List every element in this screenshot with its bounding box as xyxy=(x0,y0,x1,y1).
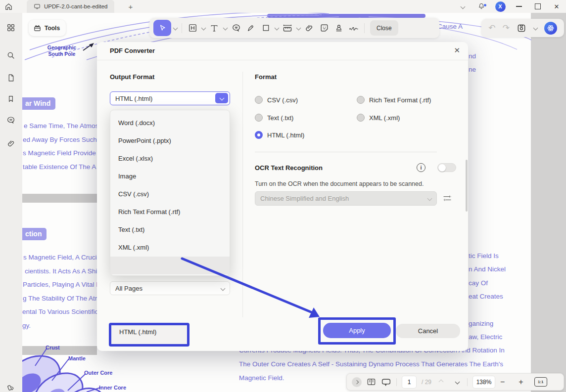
maximize-button[interactable] xyxy=(528,3,547,9)
html-option-annotation-box[interactable]: HTML (.html) xyxy=(109,323,189,347)
dialog-title: PDF Converter xyxy=(110,47,155,54)
annotation-mode-icon[interactable] xyxy=(381,377,391,387)
signature-tool-button[interactable] xyxy=(347,21,361,35)
shape-tool-dropdown[interactable] xyxy=(274,26,280,30)
chevron-down-icon xyxy=(427,196,432,201)
ocr-toggle[interactable] xyxy=(437,163,456,172)
toggle-knob xyxy=(438,164,446,172)
new-tab-button[interactable]: + xyxy=(128,3,133,10)
save-button[interactable] xyxy=(517,23,526,33)
left-sidebar xyxy=(0,13,22,392)
tab-title: UPDF-2.0-cant-be-edited xyxy=(44,3,107,9)
close-tools-button[interactable]: Close xyxy=(370,20,398,36)
user-avatar[interactable]: X xyxy=(491,1,510,12)
measure-tool-dropdown[interactable] xyxy=(295,26,301,30)
dialog-column-divider xyxy=(242,72,243,317)
document-tab[interactable]: UPDF-2.0-cant-be-edited xyxy=(27,0,114,13)
home-button[interactable] xyxy=(0,2,17,11)
page-number-input[interactable]: 1 xyxy=(402,376,417,389)
output-format-chevron-button[interactable] xyxy=(215,93,228,103)
ai-assistant-button[interactable] xyxy=(544,22,557,35)
doc-text-fragment: ne xyxy=(469,66,476,73)
stamp-tool-button[interactable] xyxy=(332,21,346,35)
page-range-value: All Pages xyxy=(115,285,142,292)
format-radio-html[interactable]: HTML (.html) xyxy=(255,131,304,139)
pole-label: Geographic South Pole xyxy=(40,44,84,57)
next-page-button[interactable] xyxy=(455,380,460,385)
doc-text-fragment: eat Creates xyxy=(469,293,503,300)
cancel-button[interactable]: Cancel xyxy=(396,324,460,338)
minimize-button[interactable] xyxy=(510,6,528,7)
info-icon[interactable]: i xyxy=(417,163,425,172)
ocr-settings-icon[interactable] xyxy=(442,193,452,203)
dropdown-option-html[interactable] xyxy=(110,257,230,274)
radio-label: Rich Text Format (.rtf) xyxy=(369,96,431,104)
dropdown-option-txt[interactable]: Text (.txt) xyxy=(110,221,230,239)
dropdown-option-image[interactable]: Image xyxy=(110,168,230,185)
select-tool-dropdown[interactable] xyxy=(172,26,178,30)
header-tool-dropdown[interactable] xyxy=(200,26,206,30)
radio-selected-icon xyxy=(255,131,263,139)
ocr-language-select[interactable]: Chinese Simplified and English xyxy=(255,191,437,206)
select-tool-button[interactable] xyxy=(153,20,171,36)
format-radio-csv[interactable]: CSV (.csv) xyxy=(255,96,298,104)
notifications-button[interactable] xyxy=(472,2,491,10)
measure-tool-button[interactable] xyxy=(281,21,294,35)
text-tool-button[interactable] xyxy=(207,21,221,35)
text-tool-dropdown[interactable] xyxy=(222,26,228,30)
highlighter-tool-button[interactable] xyxy=(244,21,258,35)
edit-header-tool-button[interactable] xyxy=(186,21,199,35)
output-format-select[interactable]: HTML (.html) xyxy=(110,91,230,105)
apps-grid-icon[interactable] xyxy=(5,22,17,34)
attach-tool-button[interactable] xyxy=(302,21,316,35)
tools-label: Tools xyxy=(45,25,60,32)
doc-text-fragment: nd xyxy=(469,52,476,60)
monitor-icon xyxy=(34,3,41,10)
canvas-background xyxy=(531,13,566,392)
bookmark-icon[interactable] xyxy=(5,93,17,105)
sticker-tool-button[interactable] xyxy=(317,21,331,35)
dropdown-option-excel[interactable]: Excel (.xlsx) xyxy=(110,150,230,168)
dropdown-option-rtf[interactable]: Rich Text Format (.rtf) xyxy=(110,203,230,221)
theme-swatch-icon[interactable] xyxy=(5,381,17,392)
zoom-level-input[interactable]: 138% xyxy=(472,376,495,389)
format-radio-xml[interactable]: XML (.xml) xyxy=(357,114,400,122)
dropdown-option-xml[interactable]: XML (.xml) xyxy=(110,239,230,257)
titlebar-dropdown-button[interactable] xyxy=(453,5,472,8)
quick-actions-toolbar: ↶ ↷ xyxy=(481,19,564,37)
page-layout-icon[interactable] xyxy=(367,377,376,387)
shape-tool-button[interactable] xyxy=(259,21,273,35)
page-total-label: / 29 xyxy=(422,379,431,386)
diagram-label-crust: Crust xyxy=(46,345,60,350)
redo-button[interactable]: ↷ xyxy=(503,24,510,32)
expand-panel-button[interactable] xyxy=(352,377,362,387)
section-divider xyxy=(255,152,437,152)
zoom-in-button[interactable]: + xyxy=(519,378,523,386)
dropdown-option-csv[interactable]: CSV (.csv) xyxy=(110,185,230,203)
dialog-header: PDF Converter ✕ xyxy=(97,42,468,60)
previous-page-button[interactable] xyxy=(439,380,444,385)
dialog-scrollbar[interactable] xyxy=(466,160,468,212)
attachment-icon[interactable] xyxy=(5,137,17,149)
comment-tool-button[interactable] xyxy=(229,21,243,35)
format-radio-txt[interactable]: Text (.txt) xyxy=(255,114,293,122)
format-radio-rtf[interactable]: Rich Text Format (.rtf) xyxy=(357,96,431,104)
notification-dot xyxy=(484,4,486,6)
doc-text-line: Particles, Playing A Vital F xyxy=(23,281,100,288)
dropdown-option-word[interactable]: Word (.docx) xyxy=(110,114,230,132)
search-icon[interactable] xyxy=(5,49,17,61)
dialog-close-icon[interactable]: ✕ xyxy=(454,46,460,55)
close-window-button[interactable]: ✕ xyxy=(547,3,566,10)
zoom-out-button[interactable]: − xyxy=(500,378,505,386)
page-range-select[interactable]: All Pages xyxy=(110,281,230,295)
radio-label: HTML (.html) xyxy=(267,131,304,139)
dropdown-option-powerpoint[interactable]: PowerPoint (.pptx) xyxy=(110,132,230,150)
actual-size-button[interactable]: 1:1 xyxy=(534,377,547,387)
undo-button[interactable]: ↶ xyxy=(488,24,495,32)
toolbar-divider xyxy=(364,23,365,33)
radio-icon xyxy=(255,114,263,122)
tools-button[interactable]: Tools xyxy=(29,20,66,36)
save-dropdown[interactable] xyxy=(533,26,538,31)
comments-icon[interactable] xyxy=(5,114,17,126)
pages-icon[interactable] xyxy=(5,72,17,84)
